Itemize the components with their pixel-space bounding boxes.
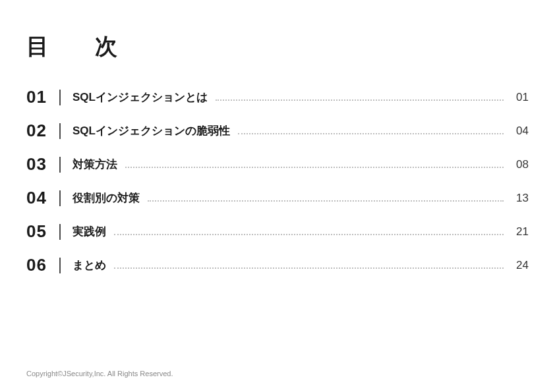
toc-number: 04 [26,188,59,208]
toc-title: 実践例 [73,224,106,239]
toc-page: 04 [511,125,529,138]
toc-number: 02 [26,121,59,141]
toc-page: 21 [511,225,529,238]
toc-row: 01 SQLインジェクションとは 01 [26,87,529,107]
toc-row: 04 役割別の対策 13 [26,188,529,208]
toc-page: 08 [511,158,529,171]
toc-number: 05 [26,221,59,242]
toc-divider [59,258,61,273]
toc-number: 06 [26,255,59,275]
toc-leader [114,267,504,269]
toc-divider [59,190,61,206]
toc-leader [125,167,504,168]
toc-leader [216,99,504,101]
toc-title: SQLインジェクションの脆弱性 [73,123,230,138]
toc-divider [59,123,61,139]
toc-row: 06 まとめ 24 [26,255,529,275]
toc-row: 05 実践例 21 [26,221,529,242]
toc-page: 13 [511,192,529,205]
toc-list: 01 SQLインジェクションとは 01 02 SQLインジェクションの脆弱性 0… [26,87,529,275]
toc-title: 対策方法 [73,157,117,172]
toc-divider [59,90,61,105]
toc-title: 役割別の対策 [73,190,140,206]
toc-row: 02 SQLインジェクションの脆弱性 04 [26,121,529,141]
toc-title: まとめ [73,258,106,273]
toc-heading: 目 次 [26,32,529,62]
copyright-footer: Copyright©JSecurity,Inc. All Rights Rese… [26,370,173,378]
toc-leader [238,133,504,134]
toc-title: SQLインジェクションとは [73,90,208,105]
toc-leader [148,200,504,202]
toc-divider [59,157,61,173]
toc-number: 03 [26,154,59,175]
toc-page: 24 [511,259,529,272]
page: 目 次 01 SQLインジェクションとは 01 02 SQLインジェクションの脆… [0,0,555,275]
toc-row: 03 対策方法 08 [26,154,529,175]
toc-page: 01 [511,91,529,104]
toc-number: 01 [26,87,59,107]
toc-divider [59,224,61,240]
toc-leader [114,234,504,235]
